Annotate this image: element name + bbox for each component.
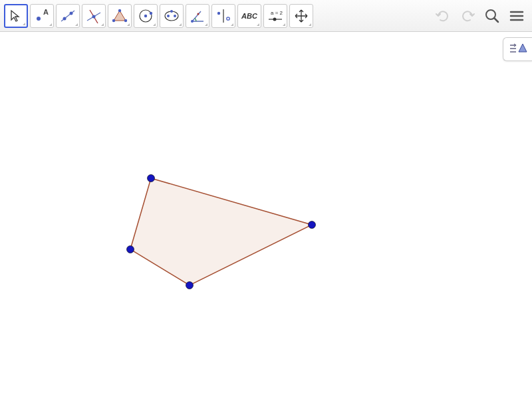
slider-icon: a = 2 [265,7,285,25]
svg-point-22 [217,11,220,14]
svg-point-17 [174,15,176,17]
svg-point-0 [37,17,41,21]
tool-move[interactable] [4,4,28,28]
ellipse-icon [163,7,180,25]
tool-angle[interactable] [186,4,209,28]
move-graphics-icon [294,9,309,23]
vertex-point[interactable] [127,246,134,253]
polygon-shape[interactable] [130,178,312,285]
svg-point-7 [92,15,96,18]
text-icon: ABC [241,12,257,20]
tool-ellipse[interactable] [160,4,184,28]
tool-slider[interactable]: a = 2 [263,4,287,28]
svg-line-28 [494,18,498,22]
toolbar: A [0,0,532,32]
polygon-icon [111,7,128,25]
reflect-icon [215,7,232,25]
svg-point-9 [118,9,121,11]
tool-point[interactable]: A [30,4,54,28]
undo-button[interactable] [432,5,454,27]
angle-icon [189,7,206,25]
hamburger-icon [508,7,525,25]
svg-point-13 [144,14,147,17]
svg-text:a = 2: a = 2 [271,10,283,16]
svg-point-14 [150,11,152,14]
search-icon [483,7,501,25]
svg-point-3 [63,17,66,20]
svg-marker-8 [114,11,126,21]
menu-button[interactable] [505,5,528,27]
tool-reflect[interactable] [211,4,235,28]
svg-marker-35 [519,44,527,52]
svg-point-4 [70,11,73,15]
geometry-canvas [0,32,532,399]
properties-panel-toggle[interactable] [503,37,532,61]
perpendicular-icon [85,7,102,25]
properties-icon [508,41,528,57]
tool-polygon[interactable] [108,4,132,28]
svg-line-2 [61,11,74,21]
tool-move-graphics[interactable] [289,4,313,28]
svg-point-26 [273,17,277,21]
tool-circle-center[interactable] [134,4,158,28]
svg-point-23 [227,17,229,19]
point-icon: A [33,7,51,25]
search-button[interactable] [481,5,503,27]
graphics-view[interactable] [0,32,532,399]
line-icon [59,7,76,25]
tool-text[interactable]: ABC [237,4,261,28]
svg-text:A: A [43,8,49,16]
svg-point-11 [112,19,115,21]
redo-button[interactable] [456,5,479,27]
tool-perpendicular[interactable] [82,4,106,28]
vertex-point[interactable] [309,221,316,229]
svg-point-18 [170,10,173,13]
vertex-point[interactable] [186,282,194,289]
svg-point-19 [191,20,194,23]
cursor-icon [9,9,23,23]
undo-icon [434,7,452,25]
vertex-point[interactable] [148,175,155,182]
circle-center-icon [137,7,154,25]
svg-point-16 [167,15,170,17]
redo-icon [459,7,476,25]
svg-point-10 [124,19,127,21]
svg-point-20 [198,13,200,15]
tool-line[interactable] [56,4,80,28]
